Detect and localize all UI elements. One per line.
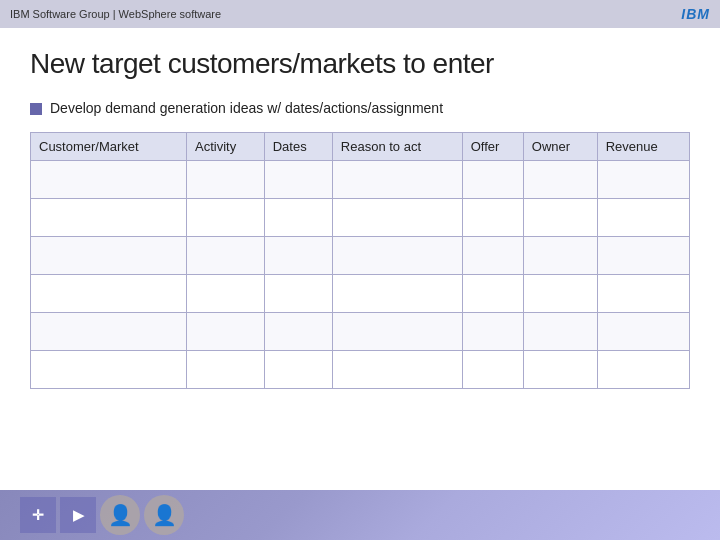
cell[interactable] [332,237,462,275]
cell[interactable] [264,237,332,275]
main-content: New target customers/markets to enter De… [0,28,720,399]
subtitle-row: Develop demand generation ideas w/ dates… [30,100,690,116]
col-reason-to-act: Reason to act [332,133,462,161]
col-owner: Owner [523,133,597,161]
col-customer-market: Customer/Market [31,133,187,161]
cell[interactable] [597,351,689,389]
cell[interactable] [264,199,332,237]
person-icon-1: 👤 [100,495,140,535]
cell[interactable] [332,199,462,237]
cell[interactable] [332,351,462,389]
bottom-bar: ✛ ▶ 👤 👤 [0,490,720,540]
cell[interactable] [31,351,187,389]
table-row [31,199,690,237]
cell[interactable] [264,275,332,313]
col-dates: Dates [264,133,332,161]
cell[interactable] [31,313,187,351]
ibm-logo: IBM [681,6,710,22]
subtitle-text: Develop demand generation ideas w/ dates… [50,100,443,116]
cell[interactable] [264,313,332,351]
bottom-icons: ✛ ▶ 👤 👤 [20,495,184,535]
cell[interactable] [462,351,523,389]
cell[interactable] [462,237,523,275]
cell[interactable] [264,161,332,199]
cell[interactable] [597,199,689,237]
cell[interactable] [462,161,523,199]
bullet-icon [30,103,42,115]
cell[interactable] [597,313,689,351]
page-title: New target customers/markets to enter [30,48,690,80]
cell[interactable] [523,199,597,237]
cell[interactable] [462,199,523,237]
table-row [31,275,690,313]
top-bar-title: IBM Software Group | WebSphere software [10,8,221,20]
col-offer: Offer [462,133,523,161]
add-icon[interactable]: ✛ [20,497,56,533]
cell[interactable] [597,237,689,275]
col-revenue: Revenue [597,133,689,161]
cell[interactable] [332,161,462,199]
cell[interactable] [597,275,689,313]
play-icon[interactable]: ▶ [60,497,96,533]
cell[interactable] [523,351,597,389]
cell[interactable] [523,161,597,199]
cell[interactable] [264,351,332,389]
cell[interactable] [186,351,264,389]
main-table: Customer/Market Activity Dates Reason to… [30,132,690,389]
cell[interactable] [186,199,264,237]
col-activity: Activity [186,133,264,161]
cell[interactable] [523,275,597,313]
cell[interactable] [31,199,187,237]
cell[interactable] [31,237,187,275]
table-row [31,351,690,389]
cell[interactable] [597,161,689,199]
cell[interactable] [332,313,462,351]
cell[interactable] [31,161,187,199]
table-header-row: Customer/Market Activity Dates Reason to… [31,133,690,161]
table-row [31,161,690,199]
table-row [31,237,690,275]
cell[interactable] [523,237,597,275]
cell[interactable] [523,313,597,351]
cell[interactable] [462,313,523,351]
table-container: Customer/Market Activity Dates Reason to… [30,132,690,389]
cell[interactable] [462,275,523,313]
table-row [31,313,690,351]
cell[interactable] [186,313,264,351]
top-bar: IBM Software Group | WebSphere software … [0,0,720,28]
cell[interactable] [31,275,187,313]
person-icon-2: 👤 [144,495,184,535]
cell[interactable] [332,275,462,313]
table-body [31,161,690,389]
cell[interactable] [186,161,264,199]
cell[interactable] [186,275,264,313]
cell[interactable] [186,237,264,275]
